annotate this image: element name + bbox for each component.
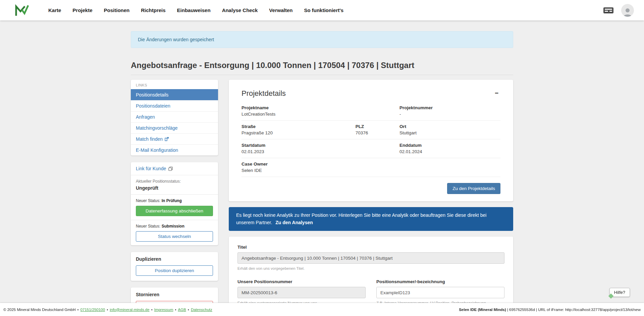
footer-user-name: Selen IDE (Mineral Minds)	[459, 308, 506, 312]
position-number-input[interactable]	[376, 287, 504, 298]
collapse-button[interactable]: −	[493, 89, 500, 97]
footer: © 2025 Mineral Minds Deutschland GmbH • …	[0, 303, 644, 316]
duplicate-card-title: Duplizieren	[136, 256, 213, 262]
new-status-value: Submission	[162, 224, 184, 229]
sidebar-item-email-konfiguration[interactable]: E-Mail Konfiguration	[131, 144, 218, 155]
user-avatar[interactable]	[621, 4, 634, 17]
field-value: Selen IDE	[241, 168, 356, 173]
complete-data-entry-button[interactable]: Datenerfassung abschließen	[136, 206, 213, 216]
nav-item-so-funktionierts[interactable]: So funktioniert's	[304, 7, 343, 13]
sidebar-item-anfragen[interactable]: Anfragen	[131, 111, 218, 122]
titel-help: Erhält den von uns vorgegebenen Titel.	[237, 266, 504, 270]
new-status-line-1: Neuer Status: In Prüfung	[136, 198, 213, 203]
sidebar-item-positionsdetails[interactable]: Positionsdetails	[131, 89, 218, 100]
field-label: Enddatum	[399, 143, 500, 148]
mineral-minds-logo[interactable]	[15, 4, 29, 16]
field-value: Pragstraße 120	[241, 130, 356, 135]
sidebar: LINKS Positionsdetails Positionsdateien …	[131, 80, 218, 316]
cancel-card-title: Stornieren	[136, 292, 213, 297]
footer-separator: •	[107, 308, 108, 312]
field-value: 02.01.2023	[241, 149, 356, 154]
field-label: Projektnummer	[399, 105, 500, 110]
copyright-text: © 2025 Mineral Minds Deutschland GmbH	[3, 308, 76, 312]
nav-item-einbauweisen[interactable]: Einbauweisen	[177, 7, 211, 13]
brand-m-check-icon	[15, 4, 29, 16]
sidebar-item-label: Positionsdateien	[136, 103, 170, 109]
footer-session-details: | 69576255536d | URL of iFrame: http://l…	[506, 308, 641, 312]
new-status-value: In Prüfung	[162, 198, 182, 203]
current-status-value: Ungeprüft	[136, 185, 213, 191]
project-row-dates: Startdatum 02.01.2023 Enddatum 02.01.202…	[241, 139, 500, 158]
page-title: Angebotsanfrage - Entsorgung | 10.000 To…	[131, 61, 513, 75]
nav-item-karte[interactable]: Karte	[48, 7, 61, 13]
sidebar-item-positionsdateien[interactable]: Positionsdateien	[131, 100, 218, 111]
field-label: PLZ	[356, 124, 399, 129]
save-success-alert: Die Änderungen wurden gespeichert	[131, 31, 513, 48]
go-to-analyses-link[interactable]: Zu den Analysen	[275, 220, 313, 225]
help-button[interactable]: Hilfe?	[609, 288, 630, 297]
top-navbar: Karte Projekte Positionen Richtpreis Ein…	[0, 0, 644, 20]
footer-separator: •	[151, 308, 153, 312]
customer-link[interactable]: Link für Kunde	[136, 166, 213, 171]
links-header: LINKS	[131, 80, 218, 89]
sidebar-item-match-finden[interactable]: Match finden	[131, 133, 218, 144]
project-details-card: Projektdetails − Projektname LotCreation…	[229, 80, 513, 201]
analytics-info-banner: Es liegt noch keine Analytik zu Ihrer Po…	[229, 207, 513, 231]
footer-email-link[interactable]: info@mineral-minds.de	[110, 308, 149, 312]
new-status-label: Neuer Status:	[136, 198, 160, 203]
our-position-number-input	[237, 287, 366, 298]
field-value: LotCreationTests	[241, 112, 356, 117]
copy-icon	[168, 167, 173, 171]
main-content: Projektdetails − Projektname LotCreation…	[229, 80, 513, 316]
sidebar-item-label: E-Mail Konfiguration	[136, 147, 178, 153]
switch-status-button[interactable]: Status wechseln	[136, 231, 213, 242]
navbar-right	[603, 4, 634, 17]
sidebar-links-card: LINKS Positionsdetails Positionsdateien …	[131, 80, 218, 155]
field-label: Straße	[241, 124, 356, 129]
customer-link-label: Link für Kunde	[136, 166, 166, 171]
our-position-number-label: Unsere Positionsnummer	[237, 279, 366, 284]
device-reader-icon[interactable]	[603, 7, 614, 14]
sidebar-item-label: Anfragen	[136, 114, 155, 120]
field-label: Case Owner	[241, 162, 356, 167]
field-label: Startdatum	[241, 143, 356, 148]
current-status-caption: Aktueller Positionsstatus:	[136, 179, 213, 184]
sidebar-item-matchingvorschlaege[interactable]: Matchingvorschläge	[131, 122, 218, 133]
footer-agb-link[interactable]: AGB	[178, 308, 186, 312]
new-status-line-2: Neuer Status: Submission	[136, 224, 213, 229]
field-value: 02.01.2024	[399, 149, 500, 154]
project-row-case-owner: Case Owner Selen IDE	[241, 158, 500, 177]
nav-item-verwalten[interactable]: Verwalten	[269, 7, 292, 13]
project-details-title: Projektdetails	[241, 89, 286, 98]
footer-phone-link[interactable]: 07151/250100	[80, 308, 105, 312]
sidebar-item-label: Positionsdetails	[136, 92, 168, 98]
field-label: Projektname	[241, 105, 356, 110]
external-link-icon	[165, 137, 169, 141]
nav-item-richtpreis[interactable]: Richtpreis	[141, 7, 165, 13]
field-value: Stuttgart	[399, 130, 500, 135]
footer-separator: •	[188, 308, 189, 312]
sidebar-item-label: Match finden	[136, 136, 163, 142]
new-status-label: Neuer Status:	[136, 224, 160, 229]
duplicate-position-button[interactable]: Position duplizieren	[136, 265, 213, 276]
footer-impressum-link[interactable]: Impressum	[154, 308, 173, 312]
sidebar-item-label: Matchingvorschläge	[136, 125, 178, 131]
nav-item-projekte[interactable]: Projekte	[72, 7, 92, 13]
nav-item-analyse-check[interactable]: Analyse Check	[222, 7, 258, 13]
nav-item-positionen[interactable]: Positionen	[104, 7, 130, 13]
titel-input	[237, 252, 504, 264]
duplicate-card: Duplizieren Position duplizieren	[131, 252, 218, 281]
project-row-name-number: Projektname LotCreationTests Projektnumm…	[241, 102, 500, 121]
go-to-project-details-button[interactable]: Zu den Projektdetails	[447, 183, 500, 194]
footer-datenschutz-link[interactable]: Datenschutz	[191, 308, 212, 312]
footer-separator: •	[77, 308, 79, 312]
field-value: -	[399, 112, 500, 117]
position-number-label: Positionsnummer/-bezeichnung	[376, 279, 504, 284]
project-row-address: Straße Pragstraße 120 PLZ 70376 Ort Stut…	[241, 121, 500, 139]
main-nav: Karte Projekte Positionen Richtpreis Ein…	[48, 7, 343, 13]
field-label: Ort	[399, 124, 500, 129]
footer-session-info: Selen IDE (Mineral Minds) | 69576255536d…	[459, 308, 641, 312]
footer-left: © 2025 Mineral Minds Deutschland GmbH • …	[3, 308, 212, 312]
titel-label: Titel	[237, 245, 504, 250]
field-value: 70376	[356, 130, 399, 135]
